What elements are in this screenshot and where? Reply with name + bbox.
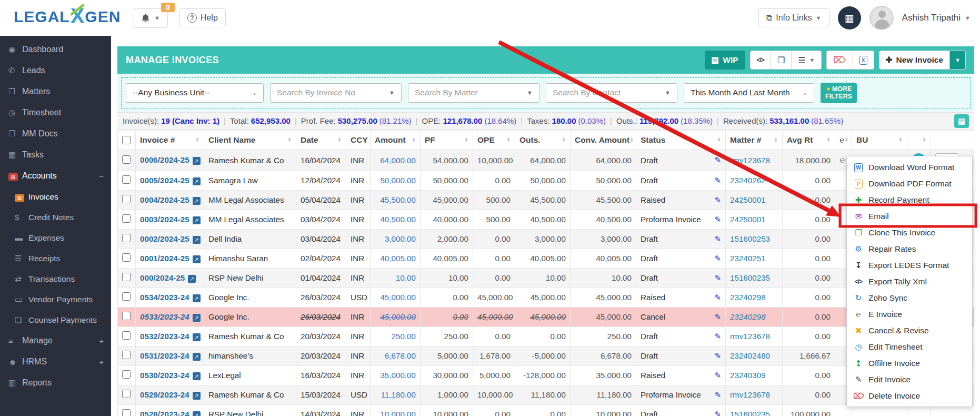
contact-search[interactable]: ▼ [546,83,677,103]
new-invoice-button[interactable]: ✚ New Invoice [879,51,951,70]
sidebar-item-receipts[interactable]: ☰Receipts [0,248,111,269]
date-range-select[interactable]: This Month And Last Month ⌄ [684,83,814,103]
edit-status-pencil-icon[interactable]: ✎ [714,215,721,224]
column-header-outs[interactable]: Outs.▲▼ [515,130,571,150]
external-link-icon[interactable]: ↗ [193,411,201,416]
column-header-avg_rt[interactable]: Avg Rt▲▼ [783,130,835,150]
sort-arrows-icon[interactable]: ▲▼ [464,137,468,143]
external-link-icon[interactable]: ↗ [193,216,201,224]
matter-input[interactable] [415,88,522,97]
sort-arrows-icon[interactable]: ▲▼ [562,137,566,143]
invoice-link[interactable]: 0530/2023-24 [140,371,189,380]
column-header-date[interactable]: Date▲▼ [296,130,346,150]
edit-status-pencil-icon[interactable]: ✎ [714,390,721,400]
row-checkbox[interactable] [122,370,131,379]
matter-link[interactable]: 24250001 [730,195,766,204]
select-all-checkbox[interactable] [122,136,131,144]
column-header-client[interactable]: Client Name▲▼ [204,130,296,150]
sort-arrows-icon[interactable]: ▲▼ [337,137,342,143]
external-link-icon[interactable]: ↗ [193,294,201,302]
notifications-button[interactable]: ▼ 0 [133,8,168,28]
new-invoice-dropdown-button[interactable]: ▼ [949,51,966,70]
business-unit-select[interactable]: --Any Business Unit-- ⌄ [126,83,264,103]
wip-button[interactable]: ▤ WIP [705,51,745,70]
export-excel-button[interactable]: X [853,51,874,70]
row-checkbox[interactable] [122,155,131,164]
sort-arrows-icon[interactable]: ▲▼ [412,137,416,143]
matter-link[interactable]: 151600235 [730,273,770,282]
invoice-link[interactable]: 0002/2024-25 [140,234,189,243]
sort-arrows-icon[interactable]: ▲▼ [629,137,634,143]
matter-link[interactable]: 232402480 [730,351,770,360]
sidebar-item-mm-docs[interactable]: ❐MM Docs [0,123,111,144]
invoice-link[interactable]: 0533/2023-24 [140,312,189,321]
external-link-icon[interactable]: ↗ [193,392,201,400]
sort-arrows-icon[interactable]: ▲▼ [506,137,511,143]
sort-arrows-icon[interactable]: ▲▼ [826,137,831,143]
external-link-icon[interactable]: ↗ [193,333,201,341]
invoice-link[interactable]: 0004/2024-25 [140,195,189,204]
row-checkbox[interactable] [122,409,131,416]
matter-link[interactable]: rmv123678 [730,390,770,399]
sidebar-item-vendor-payments[interactable]: ▭Vendor Payments [0,289,111,310]
matter-link[interactable]: rmv123678 [730,332,770,341]
help-button[interactable]: ? Help [179,8,226,27]
edit-status-pencil-icon[interactable]: ✎ [714,410,721,416]
row-checkbox[interactable] [122,253,131,262]
edit-status-pencil-icon[interactable]: ✎ [714,273,721,283]
sort-arrows-icon[interactable]: ▲▼ [774,137,778,143]
sort-arrows-icon[interactable]: ▲▼ [898,137,903,143]
invoice-link[interactable]: 0528/2023-24 [140,410,189,416]
column-header-bu[interactable]: BU▲▼ [852,130,907,150]
column-header-ope[interactable]: OPE▲▼ [473,130,515,150]
sidebar-item-timesheet[interactable]: ◷Timesheet [0,102,111,123]
sidebar-item-accounts[interactable]: ▤Accounts− [0,165,111,186]
table-grid-button[interactable]: ▦ [954,114,969,128]
delete-button[interactable]: ⌦ [826,51,853,70]
column-header-invoice_no[interactable]: Invoice #▲▼ [136,130,204,150]
matter-search[interactable]: ▼ [408,83,539,103]
row-checkbox[interactable] [122,273,131,281]
invoice-link[interactable]: 0005/2024-25 [140,176,189,185]
user-avatar[interactable] [869,6,894,30]
edit-status-pencil-icon[interactable]: ✎ [714,351,721,361]
sidebar-item-counsel-payments[interactable]: ❏Counsel Payments [0,310,111,330]
matter-link[interactable]: 151600253 [730,234,770,243]
column-header-flag[interactable]: ▲▼ [907,130,931,150]
invoice-link[interactable]: 0001/2024-25 [140,254,189,263]
sidebar-item-expenses[interactable]: ▬Expenses [0,227,111,248]
context-menu-item-edit-invoice[interactable]: ✎Edit Invoice [847,371,972,388]
sidebar-item-transactions[interactable]: ⇄Transactions [0,269,111,289]
context-menu-item-download-pdf-format[interactable]: PDownload PDF Format [847,175,972,192]
sort-arrows-icon[interactable]: ▲▼ [844,137,848,143]
context-menu-item-record-payment[interactable]: ✚Record Payment [847,192,972,208]
external-link-icon[interactable]: ↗ [193,177,201,185]
context-menu-item-zoho-sync[interactable]: ↻Zoho Sync [847,290,972,306]
invoice-link[interactable]: 0003/2024-25 [140,215,189,224]
sort-arrows-icon[interactable]: ▲▼ [717,137,721,143]
more-filters-button[interactable]: ▼MORE FILTERS [821,83,857,103]
invoice-link[interactable]: 0006/2024-25 [140,155,189,164]
row-checkbox[interactable] [122,351,131,359]
row-checkbox[interactable] [122,312,131,320]
edit-status-pencil-icon[interactable]: ✎ [714,312,721,322]
matter-link[interactable]: 23240298 [730,293,766,302]
external-link-icon[interactable]: ↗ [193,157,201,165]
sidebar-item-credit-notes[interactable]: $Credit Notes [0,207,111,227]
row-checkbox[interactable] [122,390,131,398]
row-checkbox[interactable] [122,195,131,203]
code-view-button[interactable]: </> [750,51,771,70]
info-links-button[interactable]: ⧉ Info Links ▼ [758,8,829,27]
edit-status-pencil-icon[interactable]: ✎ [714,371,721,380]
row-checkbox[interactable] [122,175,131,184]
invoice-link[interactable]: 0529/2023-24 [140,390,189,399]
row-checkbox[interactable] [122,331,131,340]
column-header-conv[interactable]: Conv. Amount▲▼ [571,130,636,150]
external-link-icon[interactable]: ↗ [193,353,201,361]
invoice-link[interactable]: 0532/2023-24 [140,332,189,341]
edit-status-pencil-icon[interactable]: ✎ [714,195,721,205]
sidebar-item-manage[interactable]: ≡Manage+ [0,330,111,351]
sidebar-item-invoices[interactable]: ▥Invoices [0,186,111,207]
sidebar-item-matters[interactable]: ❒Matters [0,81,111,102]
sidebar-item-dashboard[interactable]: ◉Dashboard [0,39,111,60]
